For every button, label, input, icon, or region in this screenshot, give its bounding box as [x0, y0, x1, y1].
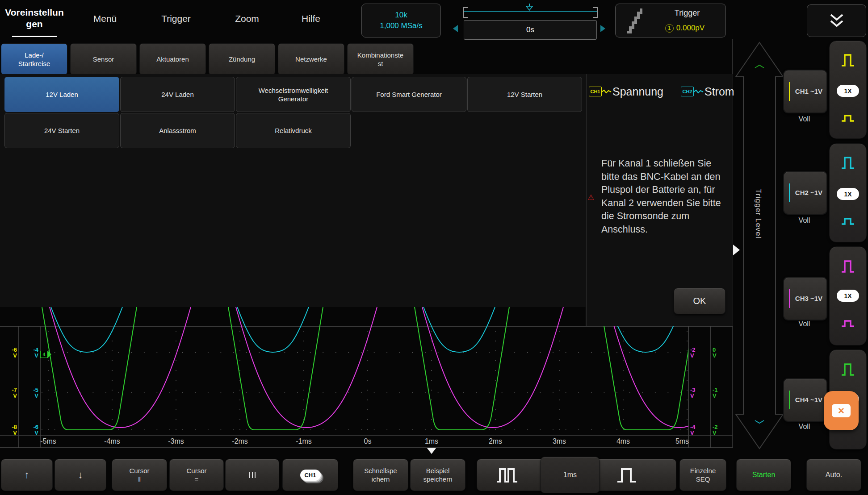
- collapse-menu-button[interactable]: [807, 4, 866, 37]
- cursor-equal-button[interactable]: Cursor =: [169, 459, 224, 491]
- ch2-pulse-tall-icon[interactable]: [841, 156, 855, 170]
- trigger-source-badge: 1: [665, 24, 674, 33]
- ch2-button[interactable]: CH2 ~ 1V: [783, 171, 827, 215]
- ch4-button[interactable]: CH4 ~ 1V: [783, 378, 827, 422]
- x-tick--2ms: -2ms: [224, 437, 256, 445]
- preset-12v-laden[interactable]: 12V Laden: [4, 77, 119, 112]
- tab-aktuatoren[interactable]: Aktuatoren: [139, 43, 206, 75]
- ch3-pulse-short-icon[interactable]: [841, 319, 855, 328]
- quick-save-button[interactable]: Schnellspe ichern: [353, 459, 408, 491]
- close-icon: ✕: [832, 404, 851, 417]
- x-tick--4ms: -4ms: [96, 437, 128, 445]
- ch4-coupling-label: Voll: [783, 423, 826, 431]
- preset-wechselstromwelligkeit[interactable]: Wechselstromwelligkeit Generator: [236, 77, 351, 112]
- trigger-level-slider[interactable]: [736, 42, 783, 449]
- ch1-wave-connector-icon: [602, 89, 612, 94]
- preset-12v-starten[interactable]: 12V Starten: [467, 77, 582, 112]
- tab-zuendung[interactable]: Zündung: [209, 43, 275, 75]
- preset-anlassstrom[interactable]: Anlassstrom: [120, 113, 235, 148]
- ch2-scale-label-3: -6 V: [23, 424, 38, 436]
- cursor-tracking-button[interactable]: Cursor ‖: [112, 459, 167, 491]
- ch3-pulse-tall-icon[interactable]: [841, 260, 855, 273]
- timebase-value-button[interactable]: 1ms: [541, 457, 600, 493]
- ch3-color-bar: [789, 289, 790, 308]
- tab-kombinationstest[interactable]: Kombinationste st: [347, 43, 414, 75]
- single-seq-button[interactable]: Einzelne SEQ: [679, 459, 726, 491]
- tab-netzwerke[interactable]: Netzwerke: [278, 43, 344, 75]
- rising-edge-icon: [624, 8, 644, 33]
- ch3-button[interactable]: CH3 ~ 1V: [783, 277, 827, 320]
- trigger-title: Trigger: [656, 8, 718, 18]
- trigger-down-chevron-icon: [755, 420, 764, 423]
- ch4-scale-label-1: 0 V: [713, 347, 728, 358]
- move-down-button[interactable]: ↓: [55, 459, 106, 491]
- double-chevron-down-icon: [827, 13, 846, 29]
- ch2-scale-label-1: -4 V: [23, 347, 38, 358]
- ch1-trigger-type-stack: 1X: [829, 41, 867, 139]
- horizontal-position-box[interactable]: 0s: [464, 20, 597, 40]
- ch1-legend-name: Spannung: [612, 85, 663, 98]
- ch4-pulse-tall-icon[interactable]: [841, 363, 855, 376]
- ch1-pulse-tall-icon[interactable]: [841, 54, 855, 67]
- position-left-arrow[interactable]: [453, 25, 458, 32]
- position-right-arrow[interactable]: [600, 25, 605, 32]
- auto-button[interactable]: Auto.: [806, 459, 861, 491]
- channel-select-button[interactable]: CH1: [282, 459, 338, 491]
- ch2-scale-label-2: -5 V: [23, 387, 38, 399]
- ch1-coupling-label: Voll: [783, 115, 826, 123]
- preset-24v-laden[interactable]: 24V Laden: [120, 77, 235, 112]
- ch1-probe-button[interactable]: 1X: [837, 85, 859, 97]
- preset-ford-smart-generator[interactable]: Ford Smart Generator: [352, 77, 466, 112]
- timebase-zoom-in-icon[interactable]: [616, 467, 638, 483]
- ch2-wave-connector-icon: [694, 89, 704, 94]
- ch2-pulse-short-icon[interactable]: [841, 216, 855, 225]
- ch3-probe-button[interactable]: 1X: [837, 290, 859, 302]
- ch1-scale-label-3: -8 V: [2, 424, 17, 436]
- horizontal-position-slider[interactable]: [463, 3, 598, 18]
- cursor-lines-button[interactable]: [225, 459, 279, 491]
- ch2-legend-name: Strom: [704, 85, 734, 98]
- ch1-label: CH1 ~ 1V: [784, 71, 830, 112]
- ch2-probe-button[interactable]: 1X: [837, 188, 859, 200]
- ch1-button[interactable]: CH1 ~ 1V: [783, 70, 827, 113]
- ch4-color-bar: [789, 391, 790, 409]
- ch3-scale-label-3: -4 V: [690, 424, 705, 436]
- bars-icon: [249, 472, 256, 478]
- ch3-scale-label-2: -3 V: [690, 387, 705, 399]
- ch3-scale-label-1: -2 V: [690, 347, 705, 358]
- ch3-label: CH3 ~ 1V: [784, 278, 830, 320]
- preset-24v-starten[interactable]: 24V Starten: [4, 113, 119, 148]
- ch1-pulse-short-icon[interactable]: [841, 113, 855, 122]
- move-up-button[interactable]: ↑: [1, 459, 53, 491]
- sample-rate-button[interactable]: 10k 1,000 MSa/s: [361, 4, 441, 37]
- sample-save-button[interactable]: Beispiel speichern: [410, 459, 465, 491]
- close-help-button[interactable]: ✕: [824, 391, 859, 430]
- trigger-time-marker[interactable]: [427, 448, 436, 454]
- trigger-level-pointer[interactable]: [733, 245, 740, 255]
- ch4-label: CH4 ~ 1V: [784, 379, 830, 421]
- ch1-legend-tag: CH1: [589, 87, 602, 96]
- preset-relativdruck[interactable]: Relativdruck: [236, 113, 351, 148]
- trigger-settings-button[interactable]: Trigger 1 0.000pV: [615, 4, 726, 37]
- menu-main[interactable]: Menü: [87, 12, 123, 25]
- tab-sensor[interactable]: Sensor: [70, 43, 137, 75]
- ch1-scale-label-2: -7 V: [2, 387, 17, 399]
- menu-trigger[interactable]: Trigger: [156, 12, 196, 25]
- help-text: Für Kanal 1 schließen Sie bitte das BNC-…: [601, 157, 730, 236]
- trigger-level-label: Trigger Level: [754, 189, 763, 239]
- ch3-coupling-label: Voll: [783, 320, 826, 328]
- trigger-position-marker-icon[interactable]: [525, 4, 533, 11]
- menu-zoom[interactable]: Zoom: [229, 12, 265, 25]
- x-tick-2ms: 2ms: [480, 437, 511, 445]
- warning-icon: ⚠: [587, 193, 594, 202]
- ok-button[interactable]: OK: [674, 288, 725, 314]
- x-tick-5ms: 5ms: [667, 437, 698, 445]
- ch4-ground-marker[interactable]: 4: [40, 351, 51, 358]
- ch3-trigger-type-stack: 1X: [829, 246, 867, 345]
- menu-presets[interactable]: Voreinstellun gen: [3, 4, 66, 32]
- run-stop-button[interactable]: Starten: [736, 459, 791, 491]
- x-tick-1ms: 1ms: [416, 437, 447, 445]
- tab-lade-startkreise[interactable]: Lade-/ Startkreise: [1, 43, 67, 75]
- timebase-zoom-out-icon[interactable]: [496, 467, 524, 483]
- menu-help[interactable]: Hilfe: [295, 12, 327, 25]
